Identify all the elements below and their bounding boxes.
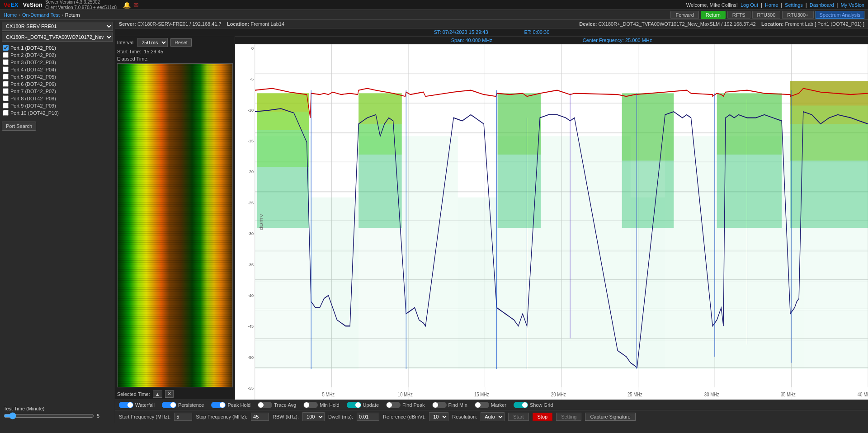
start-freq-input[interactable] <box>174 413 192 421</box>
mail-icon[interactable]: ✉ <box>133 1 139 9</box>
toggle-switch-peak-hold[interactable] <box>211 402 226 408</box>
port-checkbox-p07[interactable] <box>3 88 9 94</box>
toggle-item-trace-avg: Trace Avg <box>258 402 296 408</box>
toggle-label-marker: Marker <box>491 402 506 408</box>
port-item-p05[interactable]: Port 5 (DOT42_P05) <box>2 73 113 80</box>
server-version: Server Version 4.3.3.25002 <box>45 0 117 5</box>
device-select[interactable]: CX180R+_DOT42_TVFA00WO710172_New_MaxS <box>2 33 113 42</box>
y-tick-50: -50 <box>235 355 254 360</box>
toggle-switch-persistence[interactable] <box>162 402 176 408</box>
test-time-slider[interactable] <box>4 412 94 419</box>
port-checkbox-p04[interactable] <box>3 66 9 72</box>
y-tick-35: -35 <box>235 263 254 267</box>
toggle-item-marker: Marker <box>475 402 506 408</box>
port-label-p04: Port 4 (DOT42_P04) <box>10 67 56 72</box>
svg-text:20 MHz: 20 MHz <box>551 391 566 398</box>
spectrum-chart[interactable]: 5 MHz 10 MHz 15 MHz 20 MHz 25 MHz 30 MHz… <box>255 44 868 400</box>
spectrum-svg: 5 MHz 10 MHz 15 MHz 20 MHz 25 MHz 30 MHz… <box>255 44 868 400</box>
nav-buttons: Forward Return RFTS RTU300 RTU300+ Spect… <box>670 11 864 19</box>
rtu300-button[interactable]: RTU300 <box>752 11 781 19</box>
rtu300plus-button[interactable]: RTU300+ <box>782 11 813 19</box>
port-checkbox-p02[interactable] <box>3 52 9 58</box>
port-checkbox-p01[interactable] <box>3 45 9 51</box>
port-item-p07[interactable]: Port 7 (DOT42_P07) <box>2 88 113 94</box>
port-search-button[interactable]: Port Search <box>2 122 36 131</box>
port-item-p06[interactable]: Port 6 (DOT42_P06) <box>2 80 113 87</box>
toggle-label-peak-hold: Peak Hold <box>227 402 250 408</box>
port-checkbox-p08[interactable] <box>3 95 9 101</box>
start-time-value: 15:29:45 <box>144 49 163 54</box>
toggle-switch-marker[interactable] <box>475 402 489 408</box>
svg-text:40 MHz: 40 MHz <box>858 391 868 398</box>
toggle-item-waterfall: Waterfall <box>119 402 155 408</box>
toggle-bar: WaterfallPersistencePeak HoldTrace AvgMi… <box>115 400 868 410</box>
spectrum-area: Span: 40.000 MHz Center Frequency: 25.00… <box>235 36 868 400</box>
dwell-input[interactable] <box>357 413 379 421</box>
ref-select[interactable]: 10 <box>429 412 448 421</box>
port-item-p04[interactable]: Port 4 (DOT42_P04) <box>2 66 113 73</box>
server-select[interactable]: CX180R-SERV-FRE01 <box>2 22 113 31</box>
port-label-p02: Port 2 (DOT42_P02) <box>10 52 56 58</box>
toggle-switch-update[interactable] <box>347 402 361 408</box>
controls-row: Interval: 100 ms250 ms500 ms1 s2 s5 s Re… <box>117 38 233 47</box>
home-breadcrumb[interactable]: Home <box>4 12 17 18</box>
spectrum-analysis-button[interactable]: Spectrum Analysis <box>816 11 864 19</box>
start-button[interactable]: Start <box>508 413 528 421</box>
interval-select[interactable]: 100 ms250 ms500 ms1 s2 s5 s <box>137 38 168 47</box>
reset-button[interactable]: Reset <box>170 38 192 47</box>
selected-time-up-button[interactable]: ▲ <box>153 391 162 398</box>
svg-text:dBmV: dBmV <box>259 213 264 230</box>
dashboard-link[interactable]: Dashboard <box>810 2 834 8</box>
toggle-switch-min-hold[interactable] <box>303 402 318 408</box>
settings-link[interactable]: Settings <box>785 2 803 8</box>
my-vesion-link[interactable]: My VeSion <box>840 2 864 8</box>
toggle-switch-find-peak[interactable] <box>386 402 401 408</box>
et-label: ET: <box>524 29 532 35</box>
left-panel: Interval: 100 ms250 ms500 ms1 s2 s5 s Re… <box>115 36 235 400</box>
client-version: Client Version 7.0.9703 + eec511c8 <box>45 5 117 10</box>
dwell-label: Dwell (ms): <box>328 414 353 419</box>
port-checkbox-p03[interactable] <box>3 59 9 65</box>
stop-freq-input[interactable] <box>251 413 269 421</box>
rfts-button[interactable]: RFTS <box>727 11 750 19</box>
port-label-p03: Port 3 (DOT42_P03) <box>10 60 56 65</box>
rbw-select[interactable]: 100 <box>302 412 325 421</box>
selected-time-close-button[interactable]: ✕ <box>165 390 174 398</box>
svg-rect-25 <box>406 136 458 369</box>
port-label-p06: Port 6 (DOT42_P06) <box>10 81 56 87</box>
waterfall-display <box>117 63 233 387</box>
toggle-switch-find-min[interactable] <box>432 402 447 408</box>
port-checkbox-p09[interactable] <box>3 103 9 108</box>
port-item-p09[interactable]: Port 9 (DOT42_P09) <box>2 102 113 109</box>
toggle-switch-trace-avg[interactable] <box>258 402 272 408</box>
center-freq-label: Center Frequency: 25.000 MHz <box>583 38 652 43</box>
on-demand-test-breadcrumb[interactable]: On-Demand Test <box>22 12 60 18</box>
toggle-switch-waterfall[interactable] <box>119 402 133 408</box>
port-label-p09: Port 9 (DOT42_P09) <box>10 103 56 108</box>
capture-signature-button[interactable]: Capture Signature <box>585 413 635 421</box>
port-item-p08[interactable]: Port 8 (DOT42_P08) <box>2 95 113 102</box>
port-item-p10[interactable]: Port 10 (DOT42_P10) <box>2 109 113 116</box>
y-tick-30: -30 <box>235 231 254 236</box>
location-label: Location: <box>227 21 250 27</box>
setting-button[interactable]: Setting <box>556 413 581 421</box>
port-item-p01[interactable]: Port 1 (DOT42_P01) <box>2 44 113 51</box>
port-checkbox-p06[interactable] <box>3 81 9 87</box>
stop-button[interactable]: Stop <box>533 413 553 421</box>
resolution-select[interactable]: Auto <box>481 412 505 421</box>
freq-bar: Span: 40.000 MHz Center Frequency: 25.00… <box>235 36 868 44</box>
forward-button[interactable]: Forward <box>670 11 698 19</box>
port-item-p02[interactable]: Port 2 (DOT42_P02) <box>2 52 113 58</box>
stop-freq-label: Stop Frequency (MHz): <box>196 414 247 419</box>
toggle-switch-show-grid[interactable] <box>514 402 528 408</box>
port-list: Port 1 (DOT42_P01)Port 2 (DOT42_P02)Port… <box>2 44 113 116</box>
port-item-p03[interactable]: Port 3 (DOT42_P03) <box>2 59 113 66</box>
bell-icon[interactable]: 🔔 <box>123 1 131 9</box>
return-button[interactable]: Return <box>701 11 726 19</box>
server-info-bar: Server: CX180R-SERV-FRE01 / 192.168.41.7… <box>119 21 284 27</box>
home-link[interactable]: Home <box>765 2 778 8</box>
port-checkbox-p05[interactable] <box>3 74 9 80</box>
port-checkbox-p10[interactable] <box>3 110 9 116</box>
logout-link[interactable]: Log Out <box>741 2 758 8</box>
chart-container: Interval: 100 ms250 ms500 ms1 s2 s5 s Re… <box>115 36 868 400</box>
